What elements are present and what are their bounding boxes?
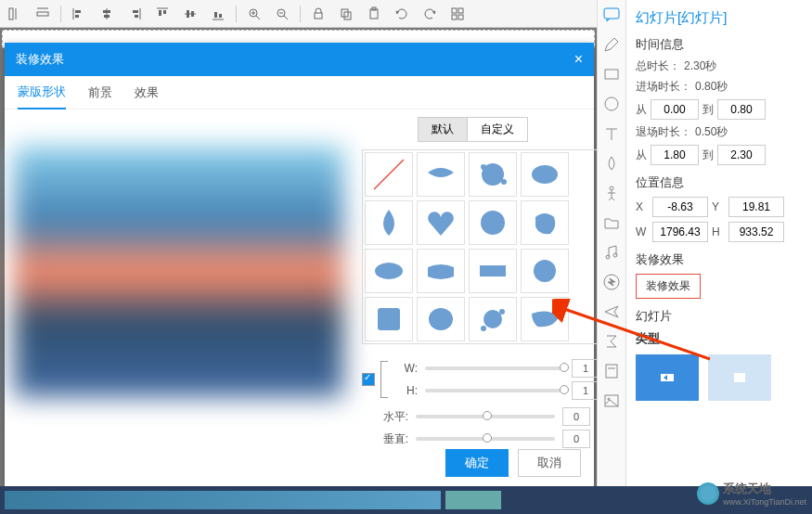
- svg-rect-36: [452, 15, 457, 19]
- paste-icon[interactable]: [364, 4, 384, 24]
- shape-square[interactable]: [365, 297, 413, 341]
- vert-label: 垂直:: [382, 431, 408, 447]
- zoom-in-icon[interactable]: [244, 4, 264, 24]
- align-right-icon[interactable]: [124, 4, 145, 24]
- folder-icon[interactable]: [602, 213, 621, 232]
- exit-from-input[interactable]: [651, 145, 699, 165]
- shape-oval[interactable]: [365, 249, 413, 293]
- timeline[interactable]: [0, 486, 812, 514]
- person-icon[interactable]: [602, 184, 621, 202]
- w-slider[interactable]: [425, 366, 564, 370]
- enter-value: 0.80秒: [695, 79, 728, 95]
- x-input[interactable]: [652, 197, 708, 217]
- to-label: 到: [702, 102, 714, 118]
- h-input[interactable]: [728, 222, 784, 242]
- shape-heart[interactable]: [417, 200, 465, 245]
- x-label: X: [636, 200, 649, 213]
- shape-splat2[interactable]: [469, 297, 517, 341]
- shape-grid: [362, 149, 599, 344]
- ok-button[interactable]: 确定: [445, 449, 509, 477]
- undo-icon[interactable]: [392, 4, 412, 24]
- svg-point-42: [532, 165, 558, 184]
- svg-point-54: [605, 97, 618, 110]
- svg-point-45: [534, 260, 556, 282]
- svg-rect-18: [191, 11, 194, 17]
- enter-to-input[interactable]: [717, 99, 766, 120]
- type-card-1[interactable]: [636, 354, 699, 401]
- tab-effect[interactable]: 效果: [135, 77, 159, 109]
- horiz-slider[interactable]: [416, 415, 555, 418]
- horiz-label: 水平:: [382, 409, 408, 425]
- svg-rect-15: [163, 10, 166, 14]
- copy-icon[interactable]: [336, 4, 356, 24]
- shape-circle[interactable]: [469, 200, 517, 245]
- tab-foreground[interactable]: 前景: [88, 77, 112, 109]
- chat-icon[interactable]: [602, 6, 621, 24]
- timeline-segment[interactable]: [5, 491, 441, 509]
- enter-from-input[interactable]: [651, 99, 699, 120]
- shape-drop[interactable]: [365, 200, 413, 245]
- align-left-icon[interactable]: [69, 4, 89, 24]
- align-middle-icon[interactable]: [180, 4, 200, 24]
- shape-blob3[interactable]: [417, 297, 465, 341]
- h-slider[interactable]: [425, 389, 564, 392]
- lock-aspect-checkbox[interactable]: [362, 373, 375, 386]
- w-label: W: [636, 225, 649, 238]
- plane-icon[interactable]: [602, 302, 621, 321]
- align-bottom-icon[interactable]: [208, 4, 228, 24]
- tool-icon[interactable]: [32, 4, 53, 24]
- svg-rect-20: [214, 12, 217, 18]
- type-card-2[interactable]: [708, 354, 771, 401]
- w-input[interactable]: [652, 222, 708, 242]
- image-icon[interactable]: [602, 392, 621, 410]
- shape-none[interactable]: [365, 152, 413, 197]
- music-icon[interactable]: [602, 243, 621, 262]
- vert-slider[interactable]: [416, 437, 555, 441]
- effect-section: 装修效果: [636, 251, 803, 268]
- calc-icon[interactable]: [602, 362, 621, 380]
- shape-splat1[interactable]: [469, 152, 517, 197]
- drop-icon[interactable]: [602, 154, 621, 173]
- close-icon[interactable]: ×: [574, 51, 583, 68]
- text-icon[interactable]: [602, 124, 621, 143]
- shape-brush2[interactable]: [469, 249, 517, 293]
- shape-cloud1[interactable]: [521, 152, 569, 197]
- grid-icon[interactable]: [447, 4, 468, 24]
- w-value[interactable]: 1: [572, 359, 599, 378]
- svg-rect-34: [452, 8, 457, 13]
- svg-point-43: [481, 211, 505, 235]
- from-label2: 从: [636, 148, 647, 163]
- pos-section: 位置信息: [636, 174, 803, 191]
- timeline-segment[interactable]: [445, 491, 501, 509]
- circle-icon[interactable]: [602, 95, 621, 113]
- shape-tab-default[interactable]: 默认: [418, 117, 467, 142]
- shape-brush1[interactable]: [417, 152, 465, 197]
- align-top-icon[interactable]: [152, 4, 173, 24]
- shape-blob2[interactable]: [521, 249, 569, 293]
- lock-icon[interactable]: [308, 4, 329, 24]
- horiz-value[interactable]: 0: [562, 407, 590, 426]
- shape-tab-custom[interactable]: 自定义: [467, 117, 528, 142]
- flash-icon[interactable]: [602, 273, 621, 291]
- shape-smear[interactable]: [417, 249, 465, 293]
- exit-to-input[interactable]: [717, 145, 766, 165]
- svg-point-40: [481, 164, 486, 170]
- pencil-icon[interactable]: [602, 35, 621, 54]
- zoom-out-icon[interactable]: [272, 4, 292, 24]
- tool-icon[interactable]: [5, 4, 25, 24]
- tab-mask[interactable]: 蒙版形状: [18, 76, 66, 109]
- shape-smear2[interactable]: [521, 297, 569, 341]
- effect-button[interactable]: 装修效果: [636, 274, 701, 299]
- y-input[interactable]: [728, 197, 784, 217]
- h-value[interactable]: 1: [572, 381, 599, 400]
- rect-icon[interactable]: [602, 65, 621, 84]
- svg-rect-9: [104, 15, 110, 18]
- redo-icon[interactable]: [419, 4, 440, 24]
- svg-line-23: [256, 16, 260, 19]
- sigma-icon[interactable]: [602, 332, 621, 351]
- vert-value[interactable]: 0: [562, 430, 590, 448]
- total-label: 总时长：: [636, 58, 680, 74]
- cancel-button[interactable]: 取消: [518, 449, 581, 477]
- shape-blob1[interactable]: [521, 200, 569, 245]
- align-center-icon[interactable]: [97, 4, 117, 24]
